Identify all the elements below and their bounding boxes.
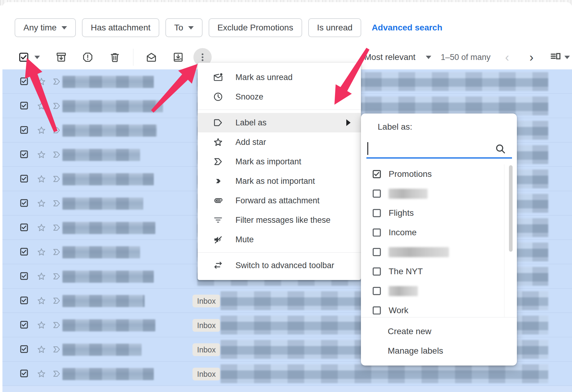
star-icon[interactable] bbox=[37, 320, 46, 331]
label-option-the-nyt[interactable]: The NYT bbox=[361, 262, 517, 281]
delete-button[interactable] bbox=[107, 45, 122, 69]
importance-marker-icon[interactable] bbox=[52, 320, 62, 331]
sender-redacted bbox=[62, 124, 157, 137]
row-checkbox[interactable] bbox=[19, 101, 29, 111]
checkbox-icon[interactable] bbox=[372, 306, 381, 315]
menu-divider bbox=[198, 110, 361, 110]
importance-marker-icon[interactable] bbox=[52, 198, 62, 209]
split-pane-toggle[interactable] bbox=[548, 45, 563, 69]
select-all-checkbox[interactable] bbox=[17, 45, 30, 69]
label-option-flights[interactable]: Flights bbox=[361, 203, 517, 223]
menu-item-mark-as-not-important[interactable]: Mark as not important bbox=[198, 171, 361, 191]
label-option-redacted[interactable] bbox=[361, 281, 517, 301]
importance-marker-icon[interactable] bbox=[52, 174, 62, 185]
menu-item-add-star[interactable]: Add star bbox=[198, 132, 361, 152]
label-footer-manage-labels[interactable]: Manage labels bbox=[361, 341, 517, 361]
row-checkbox[interactable] bbox=[19, 223, 29, 233]
star-icon[interactable] bbox=[37, 174, 46, 185]
importance-marker-icon[interactable] bbox=[52, 77, 62, 88]
label-option-work[interactable]: Work bbox=[361, 301, 517, 317]
label-name: Work bbox=[389, 306, 408, 315]
row-checkbox[interactable] bbox=[19, 296, 29, 306]
row-checkbox[interactable] bbox=[19, 174, 29, 184]
filter-chip-to[interactable]: To bbox=[165, 18, 203, 37]
label-option-promotions[interactable]: Promotions bbox=[361, 164, 517, 184]
importance-marker-icon[interactable] bbox=[52, 101, 62, 112]
star-icon[interactable] bbox=[37, 271, 46, 282]
menu-item-label-as[interactable]: Label as bbox=[198, 113, 361, 132]
label-option-redacted[interactable] bbox=[361, 242, 517, 262]
filter-chip-exclude-promotions[interactable]: Exclude Promotions bbox=[209, 18, 302, 37]
label-search-input[interactable] bbox=[366, 140, 512, 159]
older-page-button[interactable]: › bbox=[525, 45, 538, 69]
row-checkbox[interactable] bbox=[19, 125, 29, 136]
checkbox-icon[interactable] bbox=[372, 189, 381, 198]
checkbox-icon[interactable] bbox=[372, 286, 381, 296]
row-checkbox[interactable] bbox=[19, 369, 29, 379]
label-name: The NYT bbox=[389, 267, 423, 276]
menu-item-label: Filter messages like these bbox=[235, 215, 330, 225]
checkbox-checked-icon[interactable] bbox=[372, 170, 381, 179]
sender-redacted bbox=[62, 344, 142, 356]
row-checkbox[interactable] bbox=[19, 247, 29, 257]
row-checkbox[interactable] bbox=[19, 77, 29, 87]
label-dialog-footer: Create newManage labels bbox=[361, 322, 517, 361]
label-icon bbox=[213, 117, 223, 128]
mark-as-read-button[interactable] bbox=[144, 45, 159, 69]
row-checkbox[interactable] bbox=[19, 320, 29, 331]
importance-marker-icon[interactable] bbox=[52, 247, 62, 258]
sender-redacted bbox=[62, 295, 145, 307]
menu-item-mute[interactable]: Mute bbox=[198, 230, 361, 249]
scrollbar-thumb[interactable] bbox=[509, 165, 513, 252]
row-checkbox[interactable] bbox=[19, 271, 29, 282]
importance-marker-icon[interactable] bbox=[52, 296, 62, 307]
checkbox-icon[interactable] bbox=[372, 208, 381, 218]
importance-marker-icon[interactable] bbox=[52, 223, 62, 234]
menu-item-mark-as-important[interactable]: Mark as important bbox=[198, 152, 361, 171]
filter-chip-is-unread[interactable]: Is unread bbox=[308, 18, 362, 37]
checkbox-icon[interactable] bbox=[372, 247, 381, 257]
move-to-button[interactable] bbox=[171, 45, 186, 69]
importance-marker-icon[interactable] bbox=[52, 271, 62, 282]
star-icon[interactable] bbox=[37, 150, 46, 161]
star-icon[interactable] bbox=[37, 125, 46, 136]
row-checkbox[interactable] bbox=[19, 198, 29, 209]
importance-marker-icon[interactable] bbox=[52, 345, 62, 355]
important-icon bbox=[213, 156, 223, 167]
star-icon[interactable] bbox=[37, 101, 46, 112]
importance-marker-icon[interactable] bbox=[52, 369, 62, 380]
checkbox-icon[interactable] bbox=[372, 267, 381, 276]
filter-chip-has-attachment[interactable]: Has attachment bbox=[82, 18, 159, 37]
menu-item-switch-to-advanced-toolbar[interactable]: Switch to advanced toolbar bbox=[198, 256, 361, 275]
label-option-redacted[interactable] bbox=[361, 184, 517, 203]
star-icon[interactable] bbox=[37, 345, 46, 355]
star-icon[interactable] bbox=[37, 77, 46, 88]
newer-page-button[interactable]: ‹ bbox=[501, 45, 513, 69]
star-icon[interactable] bbox=[37, 223, 46, 234]
row-checkbox[interactable] bbox=[19, 150, 29, 160]
sort-dropdown[interactable]: Most relevant bbox=[364, 45, 431, 69]
sender-redacted bbox=[62, 198, 143, 210]
menu-item-snooze[interactable]: Snooze bbox=[198, 87, 361, 107]
star-icon[interactable] bbox=[37, 247, 46, 258]
split-pane-caret[interactable] bbox=[563, 45, 571, 69]
email-row[interactable] bbox=[2, 386, 572, 392]
star-icon[interactable] bbox=[37, 198, 46, 209]
label-footer-create-new[interactable]: Create new bbox=[361, 322, 517, 341]
importance-marker-icon[interactable] bbox=[52, 150, 62, 161]
menu-item-mark-as-unread[interactable]: Mark as unread bbox=[198, 68, 361, 87]
filter-chip-any-time[interactable]: Any time bbox=[15, 18, 76, 37]
archive-button[interactable] bbox=[54, 45, 69, 69]
select-dropdown-caret[interactable] bbox=[32, 45, 43, 69]
advanced-search-link[interactable]: Advanced search bbox=[372, 23, 442, 33]
menu-item-forward-as-attachment[interactable]: Forward as attachment bbox=[198, 191, 361, 210]
checkbox-icon[interactable] bbox=[372, 228, 381, 237]
menu-item-filter-messages-like-these[interactable]: Filter messages like these bbox=[198, 210, 361, 230]
star-icon[interactable] bbox=[37, 369, 46, 380]
importance-marker-icon[interactable] bbox=[52, 125, 62, 136]
pagination-count: 1–50 of many bbox=[441, 45, 491, 69]
star-icon[interactable] bbox=[37, 296, 46, 307]
report-spam-button[interactable] bbox=[80, 45, 95, 69]
label-option-income[interactable]: Income bbox=[361, 223, 517, 242]
row-checkbox[interactable] bbox=[19, 345, 29, 355]
